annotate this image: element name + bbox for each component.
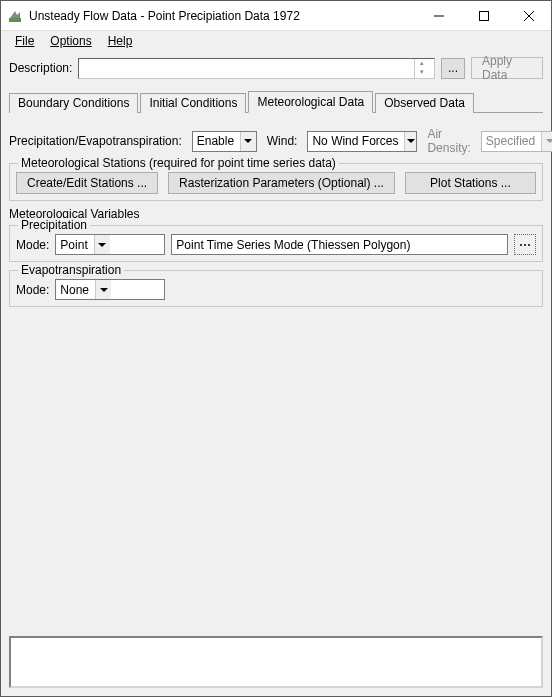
svg-rect-2 (479, 11, 488, 20)
spinner-up-icon: ▴ (415, 59, 430, 69)
menubar: File Options Help (1, 31, 551, 51)
tabstrip: Boundary Conditions Initial Conditions M… (9, 91, 543, 113)
tab-body: Precipitation/Evapotranspiration: Enable… (9, 117, 543, 307)
description-spinner[interactable]: ▴ ▾ (414, 59, 430, 78)
description-row: Description: ▴ ▾ ... Apply Data (9, 57, 543, 79)
precip-evap-label: Precipitation/Evapotranspiration: (9, 134, 182, 148)
air-density-select: Specified (481, 131, 552, 152)
precip-evap-select[interactable]: Enable (192, 131, 257, 152)
maximize-button[interactable] (461, 1, 506, 30)
tab-boundary-conditions[interactable]: Boundary Conditions (9, 93, 138, 113)
description-browse-button[interactable]: ... (441, 58, 465, 79)
rasterization-parameters-button[interactable]: Rasterization Parameters (Optional) ... (168, 172, 395, 194)
empty-space (9, 311, 543, 628)
minimize-button[interactable] (416, 1, 461, 30)
svg-rect-0 (9, 18, 21, 22)
evapotranspiration-groupbox: Evapotranspiration Mode: None (9, 270, 543, 307)
wind-select[interactable]: No Wind Forces (307, 131, 417, 152)
client-area: Description: ▴ ▾ ... Apply Data Boundary… (1, 51, 551, 636)
svg-point-6 (524, 244, 526, 246)
tab-meteorological-data[interactable]: Meteorological Data (248, 91, 373, 113)
chevron-down-icon (541, 132, 552, 151)
precip-mode-description: Point Time Series Mode (Thiessen Polygon… (171, 234, 508, 255)
wind-label: Wind: (267, 134, 298, 148)
evapotranspiration-groupbox-title: Evapotranspiration (18, 263, 124, 277)
spinner-down-icon: ▾ (415, 68, 430, 78)
titlebar: Unsteady Flow Data - Point Precipiation … (1, 1, 551, 31)
description-input[interactable]: ▴ ▾ (78, 58, 435, 79)
apply-data-button[interactable]: Apply Data (471, 57, 543, 79)
met-controls-row: Precipitation/Evapotranspiration: Enable… (9, 127, 543, 155)
menu-file[interactable]: File (7, 32, 42, 50)
air-density-label: Air Density: (427, 127, 470, 155)
create-edit-stations-button[interactable]: Create/Edit Stations ... (16, 172, 158, 194)
precip-details-button[interactable] (514, 234, 536, 255)
precipitation-groupbox: Precipitation Mode: Point Point Time Ser… (9, 225, 543, 262)
svg-point-5 (520, 244, 522, 246)
status-output (9, 636, 543, 688)
precip-mode-label: Mode: (16, 238, 49, 252)
precip-mode-select[interactable]: Point (55, 234, 165, 255)
chevron-down-icon (95, 280, 111, 299)
evap-mode-select[interactable]: None (55, 279, 165, 300)
app-window: Unsteady Flow Data - Point Precipiation … (0, 0, 552, 697)
tab-initial-conditions[interactable]: Initial Conditions (140, 93, 246, 113)
window-title: Unsteady Flow Data - Point Precipiation … (29, 9, 416, 23)
menu-options[interactable]: Options (42, 32, 99, 50)
chevron-down-icon (240, 132, 256, 151)
description-label: Description: (9, 61, 72, 75)
stations-groupbox-title: Meteorological Stations (required for po… (18, 156, 339, 170)
close-button[interactable] (506, 1, 551, 30)
evap-mode-label: Mode: (16, 283, 49, 297)
plot-stations-button[interactable]: Plot Stations ... (405, 172, 536, 194)
chevron-down-icon (94, 235, 110, 254)
app-icon (7, 8, 23, 24)
stations-groupbox: Meteorological Stations (required for po… (9, 163, 543, 201)
svg-point-7 (528, 244, 530, 246)
chevron-down-icon (404, 132, 416, 151)
menu-help[interactable]: Help (100, 32, 141, 50)
precipitation-groupbox-title: Precipitation (18, 218, 90, 232)
tab-observed-data[interactable]: Observed Data (375, 93, 474, 113)
